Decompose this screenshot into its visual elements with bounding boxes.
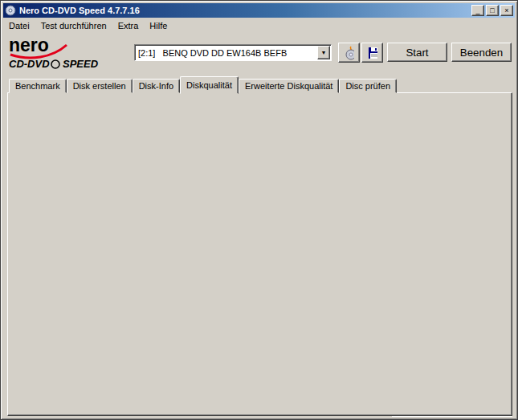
- minimize-icon: _: [472, 6, 483, 15]
- minimize-button[interactable]: _: [471, 5, 484, 16]
- close-button[interactable]: ×: [500, 5, 513, 16]
- burn-disc-button[interactable]: [338, 43, 360, 63]
- chevron-down-icon[interactable]: ▼: [317, 46, 330, 59]
- logo-disc-icon: [51, 60, 59, 68]
- menu-test-durchfuehren[interactable]: Test durchführen: [35, 20, 112, 31]
- start-button[interactable]: Start: [387, 43, 447, 62]
- tab-strip: Benchmark Disk erstellen Disk-Info Diskq…: [9, 76, 397, 93]
- app-icon: [5, 5, 16, 16]
- tab-diskqualitaet[interactable]: Diskqualität: [180, 76, 239, 94]
- drive-select[interactable]: [2:1] BENQ DVD DD EW164B BEFB ▼: [134, 44, 332, 61]
- tab-benchmark[interactable]: Benchmark: [9, 79, 67, 93]
- logo-cd-dvd-text: CD-DVD: [9, 58, 50, 70]
- quit-button[interactable]: Beenden: [451, 43, 512, 62]
- app-window: Nero CD-DVD Speed 4.7.7.16 _ □ × Datei T…: [0, 0, 518, 420]
- window-title: Nero CD-DVD Speed 4.7.7.16: [19, 6, 470, 15]
- tab-disk-erstellen[interactable]: Disk erstellen: [67, 79, 133, 93]
- save-icon: [367, 46, 377, 60]
- close-icon: ×: [501, 6, 512, 15]
- burn-disc-icon: [344, 46, 354, 60]
- save-button[interactable]: [361, 43, 383, 63]
- logo-speed-text: SPEED: [63, 58, 99, 70]
- title-bar[interactable]: Nero CD-DVD Speed 4.7.7.16 _ □ ×: [3, 3, 515, 18]
- menu-datei[interactable]: Datei: [3, 20, 35, 31]
- tab-disc-pruefen[interactable]: Disc prüfen: [339, 79, 397, 93]
- menu-extra[interactable]: Extra: [112, 20, 145, 31]
- tab-page: [7, 92, 512, 416]
- tab-erweiterte-diskqualitaet[interactable]: Erweiterte Diskqualität: [239, 79, 339, 93]
- menu-hilfe[interactable]: Hilfe: [144, 20, 173, 31]
- nero-logo-text: nero: [9, 36, 49, 55]
- nero-logo: nero CD-DVD SPEED: [7, 36, 129, 71]
- maximize-button[interactable]: □: [486, 5, 499, 16]
- menu-bar: Datei Test durchführen Extra Hilfe: [3, 18, 515, 33]
- tab-disk-info[interactable]: Disk-Info: [133, 79, 180, 93]
- drive-select-value: [2:1] BENQ DVD DD EW164B BEFB: [135, 48, 316, 58]
- maximize-icon: □: [487, 6, 498, 15]
